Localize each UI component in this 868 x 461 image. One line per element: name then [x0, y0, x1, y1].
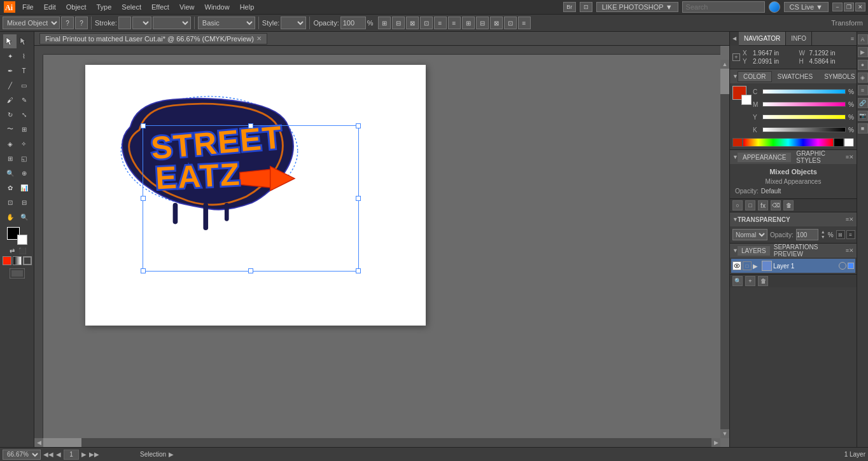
bg-color-swatch[interactable] — [741, 95, 752, 105]
align-icon-1[interactable]: ⊞ — [378, 17, 391, 29]
magic-wand-tool[interactable]: ✦ — [3, 49, 17, 63]
gradient-mode-icon[interactable] — [13, 256, 22, 265]
add-fill-icon[interactable]: □ — [745, 200, 755, 210]
menu-window[interactable]: Window — [200, 2, 234, 12]
color-spectrum[interactable] — [743, 138, 834, 147]
handle-bottom-right[interactable] — [356, 268, 361, 273]
transparency-option-2[interactable]: ≡ — [846, 230, 855, 239]
background-color[interactable] — [17, 235, 27, 245]
next-btn[interactable]: ▶ — [81, 451, 87, 458]
menu-type[interactable]: Type — [92, 2, 116, 12]
paintbrush-tool[interactable]: 🖌 — [3, 93, 17, 107]
vertical-scrollbar[interactable]: ▲ ▼ — [720, 60, 729, 438]
y-slider[interactable] — [762, 114, 846, 120]
hand-tool[interactable]: ✋ — [3, 210, 17, 224]
selection-tool[interactable] — [3, 34, 17, 48]
close-button[interactable]: ✕ — [855, 3, 865, 11]
align-icon-5[interactable]: ≡ — [434, 17, 447, 29]
fx-icon[interactable]: fx — [758, 200, 768, 210]
perspective-tool[interactable]: ⟡ — [17, 137, 31, 151]
right-panel-toggle-5[interactable]: ≡ — [858, 85, 868, 95]
none-mode-icon[interactable] — [23, 256, 32, 265]
pencil-tool[interactable]: ✎ — [17, 93, 31, 107]
canvas-scroll-area[interactable]: STREET EATZ — [34, 46, 729, 447]
graphic-styles-tab[interactable]: GRAPHIC STYLES — [791, 149, 845, 165]
question-icon-2[interactable]: ? — [75, 17, 88, 29]
opacity-up-arrow[interactable]: ▲ — [821, 230, 825, 235]
change-screen-mode-icon[interactable] — [10, 268, 25, 280]
menu-object[interactable]: Object — [62, 2, 91, 12]
align-icon-4[interactable]: ⊡ — [420, 17, 433, 29]
new-layer-icon[interactable]: + — [745, 276, 755, 286]
shape-builder-tool[interactable]: ◈ — [3, 137, 17, 151]
screen-mode-btn[interactable]: ⊡ — [580, 2, 592, 12]
black-swatch[interactable] — [834, 138, 844, 147]
prev-page-btn[interactable]: ◀◀ — [43, 451, 53, 458]
separations-tab[interactable]: SEPARATIONS PREVIEW — [770, 242, 846, 259]
lasso-tool[interactable]: ⌇ — [17, 49, 31, 63]
color-tab[interactable]: COLOR — [738, 71, 772, 82]
stroke-options-select[interactable]: Basic — [198, 17, 255, 29]
next-page-btn[interactable]: ▶▶ — [89, 451, 99, 458]
right-panel-toggle-2[interactable]: ▶ — [858, 47, 868, 57]
right-panel-toggle-7[interactable]: 📷 — [858, 111, 868, 121]
right-panel-toggle-6[interactable]: 🔗 — [858, 98, 868, 108]
rotate-tool[interactable]: ↻ — [3, 107, 17, 121]
zoom-select[interactable]: 66.67% — [3, 450, 41, 460]
workspace-button[interactable]: LIKE PHOTOSHOP ▼ — [596, 2, 678, 12]
handle-bottom-center[interactable] — [248, 268, 253, 273]
trash-icon[interactable]: 🗑 — [783, 200, 794, 210]
restore-button[interactable]: ❐ — [844, 3, 854, 11]
prev-btn[interactable]: ◀ — [56, 451, 61, 458]
color-panel-header[interactable]: ▼ COLOR SWATCHES SYMBOLS ≡ ✕ — [730, 69, 857, 83]
blend-mode-select[interactable]: Normal — [732, 229, 767, 240]
slice-tool[interactable]: ⊟ — [17, 195, 31, 209]
right-panel-toggle-1[interactable]: A — [858, 34, 868, 45]
column-graph-tool[interactable]: 📊 — [17, 181, 31, 195]
default-colors-icon[interactable]: ⬛ — [18, 246, 27, 255]
rect-tool[interactable]: ▭ — [17, 78, 31, 92]
search-input[interactable] — [682, 1, 765, 13]
white-swatch[interactable] — [844, 138, 854, 147]
menu-file[interactable]: File — [18, 2, 38, 12]
layer-expand-arrow[interactable]: ▶ — [753, 263, 760, 270]
cs-live-button[interactable]: CS Live ▼ — [784, 2, 829, 12]
align-icon-6[interactable]: ≡ — [448, 17, 461, 29]
opacity-input-transparency[interactable] — [796, 229, 818, 240]
clear-icon[interactable]: ⌫ — [771, 200, 781, 210]
menu-help[interactable]: Help — [235, 2, 259, 12]
distribute-icon-3[interactable]: ⊠ — [490, 17, 503, 29]
transparency-close[interactable]: ✕ — [849, 216, 854, 223]
transparency-option-1[interactable]: ⊠ — [836, 230, 845, 239]
horizontal-scrollbar[interactable]: ◀ ▶ — [34, 438, 720, 447]
handle-bottom-left[interactable] — [141, 268, 146, 273]
style-select[interactable] — [281, 17, 306, 29]
distribute-icon-4[interactable]: ⊡ — [504, 17, 517, 29]
menu-view[interactable]: View — [175, 2, 199, 12]
page-number-input[interactable] — [64, 450, 79, 460]
m-slider[interactable] — [762, 102, 846, 107]
layer-1-row[interactable]: □ ▶ Layer 1 — [731, 259, 855, 273]
bridge-btn[interactable]: Br — [563, 2, 576, 12]
paintbucket-tool[interactable]: ⊕ — [17, 166, 31, 180]
question-icon-1[interactable]: ? — [61, 17, 74, 29]
swap-colors-icon[interactable]: ⇄ — [8, 246, 17, 255]
line-tool[interactable]: ╱ — [3, 78, 17, 92]
stroke-color-swatch[interactable] — [118, 17, 131, 29]
stroke-weight-select[interactable] — [132, 17, 151, 29]
align-icon-2[interactable]: ⊟ — [392, 17, 405, 29]
object-type-select[interactable]: Mixed Objects — [3, 17, 60, 29]
free-transform-tool[interactable]: ⊞ — [17, 122, 31, 136]
menu-edit[interactable]: Edit — [39, 2, 60, 12]
artboard-tool[interactable]: ⊡ — [3, 195, 17, 209]
layer-visibility-eye[interactable] — [732, 261, 741, 270]
right-panel-toggle-8[interactable]: ■ — [858, 123, 868, 134]
panel-collapse-btn[interactable]: ◀ — [730, 32, 739, 46]
pen-tool[interactable]: ✒ — [3, 64, 17, 78]
delete-layer-icon[interactable]: 🗑 — [758, 276, 768, 286]
appearance-close[interactable]: ✕ — [849, 154, 854, 160]
opacity-down-arrow[interactable]: ▼ — [821, 235, 825, 240]
symbol-tool[interactable]: ✿ — [3, 181, 17, 195]
scale-tool[interactable]: ⤡ — [17, 107, 31, 121]
layer-target-circle[interactable] — [839, 262, 846, 270]
